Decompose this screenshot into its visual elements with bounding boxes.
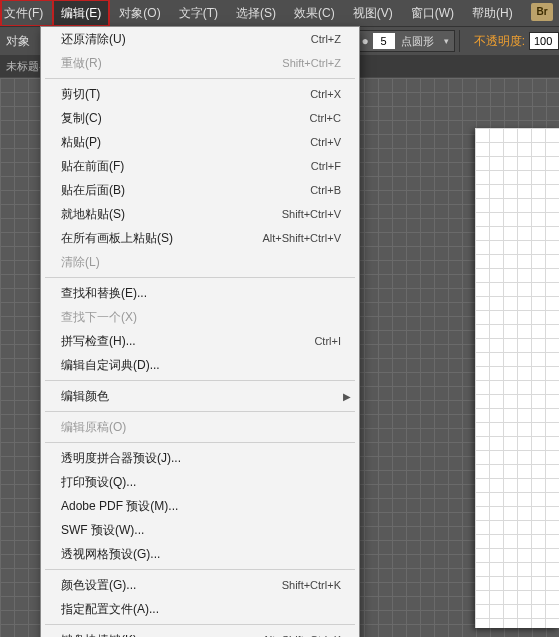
- bridge-button[interactable]: Br: [531, 3, 553, 21]
- menuitem-find-next: 查找下一个(X): [41, 305, 359, 329]
- menu-separator: [45, 380, 355, 381]
- menu-separator: [45, 78, 355, 79]
- menuitem-custom-dictionary[interactable]: 编辑自定词典(D)...: [41, 353, 359, 377]
- menuitem-perspective-preset[interactable]: 透视网格预设(G)...: [41, 542, 359, 566]
- menu-object[interactable]: 对象(O): [110, 1, 169, 25]
- opacity-field[interactable]: 100: [529, 32, 559, 50]
- menu-separator: [45, 624, 355, 625]
- menuitem-assign-profile[interactable]: 指定配置文件(A)...: [41, 597, 359, 621]
- menu-separator: [45, 411, 355, 412]
- menu-file[interactable]: 文件(F): [0, 0, 52, 27]
- menu-separator: [45, 277, 355, 278]
- stroke-dropdown[interactable]: ● 5 点圆形 ▾: [356, 30, 454, 52]
- menu-edit[interactable]: 编辑(E): [52, 0, 110, 27]
- menuitem-paste-in-place[interactable]: 就地粘贴(S)Shift+Ctrl+V: [41, 202, 359, 226]
- menuitem-spell-check[interactable]: 拼写检查(H)...Ctrl+I: [41, 329, 359, 353]
- menuitem-color-settings[interactable]: 颜色设置(G)...Shift+Ctrl+K: [41, 573, 359, 597]
- menu-window[interactable]: 窗口(W): [402, 1, 463, 25]
- menuitem-print-preset[interactable]: 打印预设(Q)...: [41, 470, 359, 494]
- menu-view[interactable]: 视图(V): [344, 1, 402, 25]
- chevron-down-icon[interactable]: ▾: [440, 36, 454, 46]
- artboard-grid: [475, 128, 559, 628]
- separator-icon: [459, 30, 460, 52]
- menu-select[interactable]: 选择(S): [227, 1, 285, 25]
- stroke-style: 点圆形: [395, 34, 440, 49]
- menuitem-paste-front[interactable]: 贴在前面(F)Ctrl+F: [41, 154, 359, 178]
- menuitem-edit-colors[interactable]: 编辑颜色▶: [41, 384, 359, 408]
- menuitem-swf-preset[interactable]: SWF 预设(W)...: [41, 518, 359, 542]
- artboard[interactable]: [475, 128, 559, 628]
- menu-separator: [45, 442, 355, 443]
- menuitem-redo: 重做(R)Shift+Ctrl+Z: [41, 51, 359, 75]
- menuitem-pdf-preset[interactable]: Adobe PDF 预设(M)...: [41, 494, 359, 518]
- document-tab[interactable]: 未标题-: [6, 59, 43, 74]
- menuitem-clear: 清除(L): [41, 250, 359, 274]
- menu-type[interactable]: 文字(T): [170, 1, 227, 25]
- chevron-right-icon: ▶: [343, 391, 351, 402]
- menuitem-paste[interactable]: 粘贴(P)Ctrl+V: [41, 130, 359, 154]
- menuitem-copy[interactable]: 复制(C)Ctrl+C: [41, 106, 359, 130]
- menuitem-edit-original: 编辑原稿(O): [41, 415, 359, 439]
- target-label: 对象: [0, 33, 36, 50]
- menuitem-paste-all-artboards[interactable]: 在所有画板上粘贴(S)Alt+Shift+Ctrl+V: [41, 226, 359, 250]
- menu-effect[interactable]: 效果(C): [285, 1, 344, 25]
- menuitem-paste-back[interactable]: 贴在后面(B)Ctrl+B: [41, 178, 359, 202]
- edit-menu-dropdown: 还原清除(U)Ctrl+Z 重做(R)Shift+Ctrl+Z 剪切(T)Ctr…: [40, 26, 360, 637]
- menu-separator: [45, 569, 355, 570]
- menu-bar: 文件(F) 编辑(E) 对象(O) 文字(T) 选择(S) 效果(C) 视图(V…: [0, 0, 559, 26]
- stroke-value[interactable]: 5: [373, 33, 395, 49]
- menuitem-cut[interactable]: 剪切(T)Ctrl+X: [41, 82, 359, 106]
- menuitem-keyboard-shortcuts[interactable]: 键盘快捷键(K)...Alt+Shift+Ctrl+K: [41, 628, 359, 637]
- menu-help[interactable]: 帮助(H): [463, 1, 522, 25]
- menuitem-find-replace[interactable]: 查找和替换(E)...: [41, 281, 359, 305]
- menuitem-transparency-preset[interactable]: 透明度拼合器预设(J)...: [41, 446, 359, 470]
- opacity-label: 不透明度:: [474, 33, 525, 50]
- menuitem-undo[interactable]: 还原清除(U)Ctrl+Z: [41, 27, 359, 51]
